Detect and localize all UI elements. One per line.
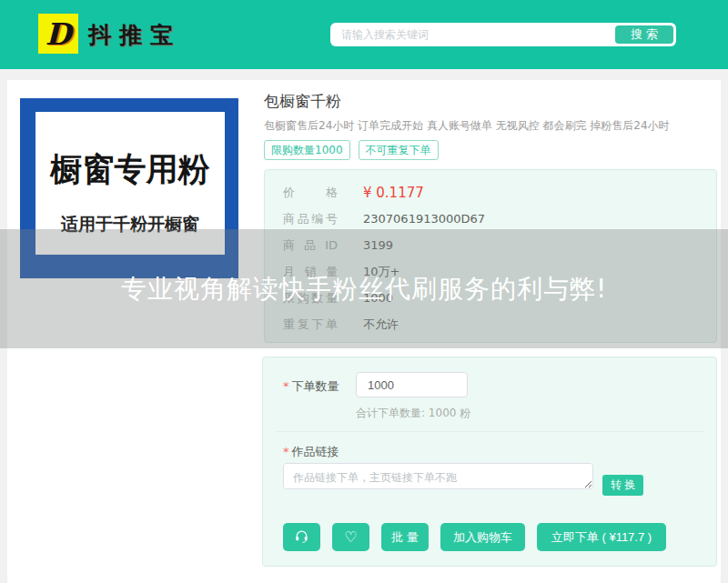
link-label: *作品链接 <box>283 444 339 460</box>
detail-row-price: 价格 ¥ 0.1177 <box>283 179 698 206</box>
watermark-text: 专业视角解读快手粉丝代刷服务的利与弊! <box>121 272 607 307</box>
product-tags: 限购数量1000 不可重复下单 <box>264 140 439 160</box>
favorite-button[interactable]: ♡ <box>332 523 369 551</box>
required-asterisk: * <box>283 445 289 458</box>
app-header: D 抖推宝 搜 索 <box>0 0 728 69</box>
convert-button[interactable]: 转 换 <box>602 475 643 496</box>
detail-row-product-number: 商品编号 2307061913000D67 <box>283 206 698 232</box>
page-title: 包橱窗千粉 <box>264 91 341 112</box>
form-divider <box>276 431 703 432</box>
search-bar: 搜 索 <box>330 23 676 46</box>
order-now-button[interactable]: 立即下单 ( ¥117.7 ) <box>537 523 666 551</box>
tag-no-repeat-order: 不可重复下单 <box>359 140 439 160</box>
page: D 抖推宝 搜 索 橱窗专用粉 适用于千粉开橱窗 包橱窗千粉 包橱窗售后24小时… <box>0 0 728 583</box>
product-description: 包橱窗售后24小时 订单完成开始 真人账号做单 无视风控 都会刷完 掉粉售后24… <box>264 118 710 134</box>
work-link-input[interactable] <box>283 463 593 489</box>
order-form-panel: *下单数量 合计下单数量: 1000 粉 *作品链接 转 换 <box>262 357 717 567</box>
tag-purchase-limit: 限购数量1000 <box>264 140 350 160</box>
batch-button[interactable]: 批 量 <box>381 523 429 551</box>
detail-label: 商品编号 <box>283 211 338 227</box>
headset-icon <box>294 528 309 547</box>
brand-name: 抖推宝 <box>88 20 181 50</box>
logo-letter: D <box>46 19 72 49</box>
quantity-input[interactable] <box>356 372 468 397</box>
quantity-summary: 合计下单数量: 1000 粉 <box>356 406 470 421</box>
heart-icon: ♡ <box>344 530 357 545</box>
quantity-label: *下单数量 <box>283 378 339 395</box>
search-button[interactable]: 搜 索 <box>615 25 673 44</box>
add-to-cart-button[interactable]: 加入购物车 <box>440 523 525 551</box>
customer-service-button[interactable] <box>283 523 320 551</box>
search-input[interactable] <box>330 23 603 46</box>
detail-label: 价格 <box>283 185 338 201</box>
app-logo: D <box>38 14 78 54</box>
action-buttons: ♡ 批 量 加入购物车 立即下单 ( ¥117.7 ) <box>283 523 666 551</box>
product-image-title: 橱窗专用粉 <box>35 148 225 191</box>
price-value: ¥ 0.1177 <box>363 185 424 201</box>
watermark-overlay: 专业视角解读快手粉丝代刷服务的利与弊! <box>0 229 728 348</box>
required-asterisk: * <box>283 379 289 393</box>
product-number-value: 2307061913000D67 <box>363 212 485 226</box>
